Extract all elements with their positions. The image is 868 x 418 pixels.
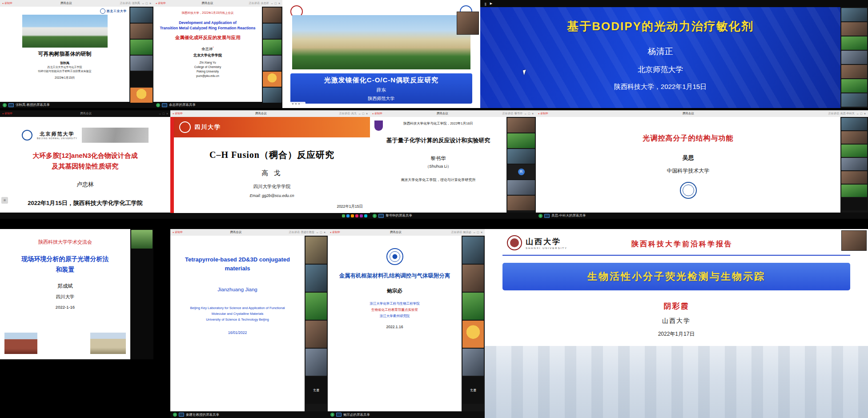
titlebar[interactable]: ●录制中 腾讯会议 正在讲话: 余志祥 –□×	[153, 0, 282, 7]
maximize-button[interactable]: □	[146, 2, 148, 5]
participant-video[interactable]	[462, 321, 484, 348]
campus-photo	[90, 333, 126, 354]
titlebar[interactable]: ●录制中 腾讯会议 正在讲话: 黎书华 –□×	[370, 110, 536, 117]
taskbar-icon[interactable]	[346, 214, 350, 217]
participant-video[interactable]	[305, 293, 327, 320]
participant-video[interactable]	[263, 24, 281, 39]
titlebar[interactable]: ●录制中 腾讯会议 正在讲话: 姜建壮教授 –□×	[170, 229, 328, 236]
close-button[interactable]: ×	[532, 112, 534, 115]
close-button[interactable]: ×	[149, 2, 151, 5]
minimize-button[interactable]: –	[359, 112, 361, 115]
slideshow-toolbar[interactable]	[286, 102, 305, 106]
close-button[interactable]: ×	[166, 112, 168, 115]
participant-video[interactable]	[462, 237, 484, 264]
taskbar-icon[interactable]	[351, 214, 354, 217]
minimize-button[interactable]: –	[271, 2, 273, 5]
speaker-video[interactable]	[841, 230, 867, 251]
slide-affiliation: Molecular and Crystalline Materials	[170, 311, 305, 317]
maximize-button[interactable]: □	[860, 112, 862, 115]
participant-video[interactable]	[841, 185, 867, 197]
participant-video[interactable]	[841, 8, 867, 21]
titlebar[interactable]: ●录制中 腾讯会议 正在讲话: 吴思-中科大 –□×	[536, 110, 868, 117]
participant-video[interactable]	[131, 230, 153, 249]
taskbar-icon[interactable]	[364, 214, 367, 217]
participant-video[interactable]	[305, 265, 327, 292]
minimize-button[interactable]: –	[474, 231, 475, 234]
participant-video[interactable]	[130, 24, 153, 39]
titlebar[interactable]: ●录制中 腾讯会议 正在讲话: 高戈 –□×	[170, 110, 370, 117]
university-name-en: BEIJING NORMAL UNIVERSITY	[37, 137, 77, 140]
play-icon[interactable]: ▶	[490, 2, 492, 5]
share-status-bar: ↑ 张秋禹 教授的屏幕共享	[0, 102, 153, 108]
participant-video[interactable]	[305, 349, 327, 376]
taskbar-icon[interactable]	[360, 214, 363, 217]
participant-video[interactable]	[130, 88, 153, 103]
participant-video[interactable]	[263, 56, 281, 71]
close-button[interactable]: ×	[864, 112, 866, 115]
close-button[interactable]: ×	[278, 2, 280, 5]
speaker-video[interactable]	[457, 12, 479, 35]
participant-video[interactable]	[130, 56, 153, 71]
record-icon: ●	[2, 113, 4, 115]
maximize-button[interactable]: □	[320, 231, 322, 234]
participant-video[interactable]	[841, 118, 867, 130]
participant-video[interactable]	[130, 40, 153, 55]
participant-video[interactable]	[841, 145, 867, 157]
close-button[interactable]: ×	[324, 231, 326, 234]
participant-video[interactable]	[263, 72, 281, 87]
taskbar-icon[interactable]	[355, 214, 358, 217]
slide-date: 2022-1-16	[0, 305, 130, 309]
participant-video[interactable]	[462, 349, 484, 376]
minimize-button[interactable]: –	[317, 231, 318, 234]
meeting-window-zhangqiuyu: ●录制中 腾讯会议 正在讲话: 张秋禹 –□× 西北工业大学 可再构树脂基体的研…	[0, 0, 153, 108]
pause-icon[interactable]: ||	[485, 2, 486, 5]
record-icon: ●	[330, 231, 331, 233]
participant-video[interactable]	[507, 149, 535, 164]
participant-video[interactable]	[507, 196, 535, 210]
participant-video[interactable]	[130, 72, 153, 87]
participant-video[interactable]	[841, 36, 867, 50]
participant-video[interactable]	[841, 51, 867, 64]
participant-video[interactable]	[305, 237, 327, 264]
maximize-button[interactable]: □	[528, 112, 530, 115]
meeting-window-lishuhua: ●录制中 腾讯会议 正在讲话: 黎书华 –□× 陕西科技大学化学与化工学院，20…	[370, 110, 536, 219]
participant-video[interactable]: 玄麓	[305, 377, 327, 404]
taskbar-icon[interactable]	[342, 214, 345, 217]
participant-video[interactable]	[507, 133, 535, 148]
participant-video[interactable]	[841, 198, 867, 210]
participant-video[interactable]	[841, 158, 867, 170]
participant-video[interactable]	[263, 88, 281, 103]
close-button[interactable]: ×	[481, 231, 482, 234]
titlebar[interactable]: ●录制中 腾讯会议 正在讲话: 鲍宗必 –□×	[328, 229, 485, 236]
maximize-button[interactable]: □	[477, 231, 479, 234]
maximize-button[interactable]: □	[163, 112, 165, 115]
annotation-tool-button[interactable]: ≡	[1, 197, 8, 204]
minimize-button[interactable]: –	[857, 112, 859, 115]
participant-video[interactable]	[462, 265, 484, 292]
maximize-button[interactable]: □	[275, 2, 277, 5]
titlebar[interactable]: ●录制中 腾讯会议 –□×	[0, 110, 170, 117]
participant-video[interactable]: R	[507, 165, 535, 179]
participant-video[interactable]	[841, 131, 867, 144]
participant-video[interactable]	[507, 180, 535, 195]
participant-video[interactable]	[841, 22, 867, 36]
participant-video[interactable]	[841, 65, 867, 78]
participant-video[interactable]: 玄麓	[462, 377, 484, 404]
participant-video[interactable]	[130, 8, 153, 23]
participant-video[interactable]	[263, 40, 281, 55]
participant-video[interactable]	[462, 293, 484, 320]
author-en: Zhi-Xiang Yu	[153, 60, 262, 65]
participant-video[interactable]	[841, 93, 867, 107]
close-button[interactable]: ×	[366, 112, 368, 115]
minimize-button[interactable]: –	[159, 112, 161, 115]
participant-video[interactable]	[305, 321, 327, 348]
titlebar[interactable]: ●录制中 腾讯会议 正在讲话: 张秋禹 –□×	[0, 0, 153, 7]
minimize-button[interactable]: –	[142, 2, 144, 5]
maximize-button[interactable]: □	[362, 112, 364, 115]
participant-video[interactable]	[263, 8, 281, 23]
recording-label: 录制中	[175, 230, 183, 234]
participant-video[interactable]	[841, 171, 867, 184]
participant-video[interactable]	[841, 79, 867, 92]
minimize-button[interactable]: –	[525, 112, 526, 115]
participant-video[interactable]	[507, 118, 535, 133]
